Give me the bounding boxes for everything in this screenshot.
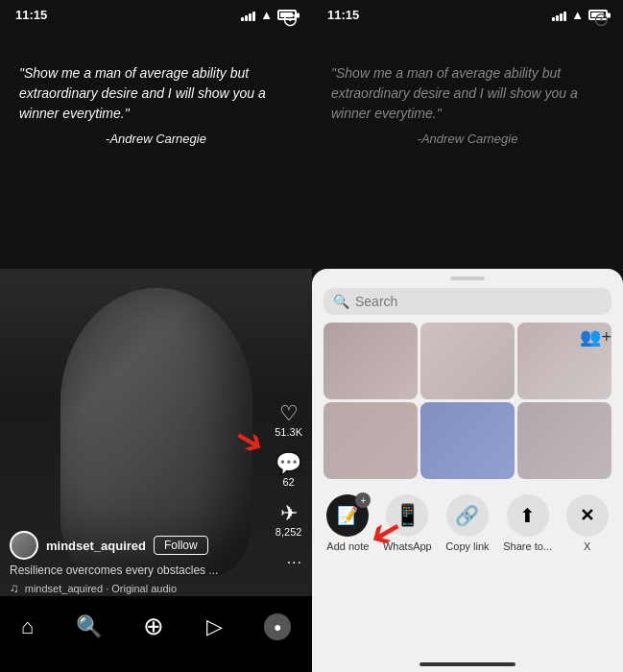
share-actions: 📝 + Add note 📱 WhatsApp 🔗 Copy link [312, 487, 623, 560]
comment-action[interactable]: 💬 62 [276, 453, 301, 488]
camera-icon-right[interactable]: ⊙ [593, 8, 610, 31]
nav-reels[interactable]: ▷ [206, 614, 223, 639]
status-bar-left: 11:15 ▲ [0, 0, 312, 26]
share-to-button[interactable]: ⬆ Share to... [503, 494, 552, 552]
share-to-icon: ⬆ [507, 494, 549, 537]
nav-profile[interactable]: ● [264, 613, 291, 640]
quote-text: "Show me a man of average ability but ex… [19, 63, 293, 124]
like-action[interactable]: ♡ 51.3K [275, 403, 302, 438]
share-action[interactable]: ✈ 8,252 [276, 503, 302, 538]
search-icon: 🔍 [333, 294, 349, 309]
caption: Resilience overcomes every obstacles ... [10, 564, 274, 577]
stories-grid [312, 323, 623, 479]
like-count: 51.3K [275, 426, 302, 438]
story-thumb-2[interactable] [420, 323, 515, 399]
right-actions: ♡ 51.3K 💬 62 ✈ 8,252 [275, 403, 302, 538]
quote-author-right: -Andrew Carnegie [331, 132, 604, 146]
story-thumb-4[interactable] [323, 402, 418, 479]
share-count: 8,252 [276, 526, 302, 538]
follow-button[interactable]: Follow [154, 536, 208, 555]
sheet-handle [450, 276, 485, 280]
add-note-label: Add note [326, 540, 369, 552]
user-info-bar: mindset_aquired Follow Resilience overco… [10, 531, 274, 595]
share-sheet: 🔍 👥+ 📝 + Add note [312, 269, 623, 672]
send-icon: ✈ [280, 503, 298, 524]
avatar[interactable] [10, 531, 38, 560]
user-row: mindset_aquired Follow [10, 531, 274, 560]
plus-badge: + [355, 492, 371, 508]
close-label: X [584, 540, 590, 552]
nav-add[interactable]: ⊕ [143, 612, 164, 641]
more-options[interactable]: ··· [287, 554, 302, 571]
right-panel: 11:15 ▲ ⊙ "Show me a man of average abil… [312, 0, 623, 672]
copy-link-button[interactable]: 🔗 Copy link [445, 494, 489, 552]
copy-link-icon: 🔗 [446, 494, 489, 537]
story-thumb-6[interactable] [517, 402, 611, 479]
quote-area-right: "Show me a man of average ability but ex… [312, 48, 623, 161]
left-panel: 11:15 ▲ ⊙ "Show me a man of average abil… [0, 0, 312, 672]
quote-author: -Andrew Carnegie [19, 132, 293, 146]
copy-link-label: Copy link [445, 540, 489, 552]
nav-search[interactable]: 🔍 [76, 614, 102, 639]
wifi-icon: ▲ [260, 8, 273, 22]
story-thumb-1[interactable] [323, 323, 418, 399]
camera-icon[interactable]: ⊙ [282, 8, 299, 31]
signal-icon [241, 10, 255, 21]
status-bar-right: 11:15 ▲ [312, 0, 623, 26]
wifi-icon-right: ▲ [571, 8, 584, 22]
close-icon: ✕ [566, 494, 609, 537]
time-right: 11:15 [327, 8, 359, 22]
comment-count: 62 [283, 476, 295, 488]
add-note-icon: 📝 + [326, 494, 369, 537]
audio-row: ♫ mindset_aquired · Original audio [10, 581, 274, 595]
comment-icon: 💬 [276, 453, 301, 474]
username[interactable]: mindset_aquired [46, 539, 146, 553]
music-icon: ♫ [10, 581, 19, 595]
search-input[interactable] [355, 294, 602, 309]
time-left: 11:15 [15, 8, 47, 22]
search-bar[interactable]: 🔍 [323, 288, 611, 315]
home-indicator-right [419, 662, 515, 666]
heart-icon: ♡ [279, 403, 299, 424]
share-to-label: Share to... [503, 540, 552, 552]
audio-label: mindset_aquired · Original audio [25, 583, 177, 594]
signal-icon-right [552, 10, 566, 21]
story-thumb-5[interactable] [420, 402, 515, 479]
close-share-button[interactable]: ✕ X [566, 494, 609, 552]
add-friends-icon[interactable]: 👥+ [580, 326, 611, 348]
quote-text-right: "Show me a man of average ability but ex… [331, 63, 604, 124]
bottom-nav-left: ⌂ 🔍 ⊕ ▷ ● [0, 595, 312, 672]
nav-home[interactable]: ⌂ [21, 614, 34, 639]
quote-area: "Show me a man of average ability but ex… [0, 48, 312, 161]
